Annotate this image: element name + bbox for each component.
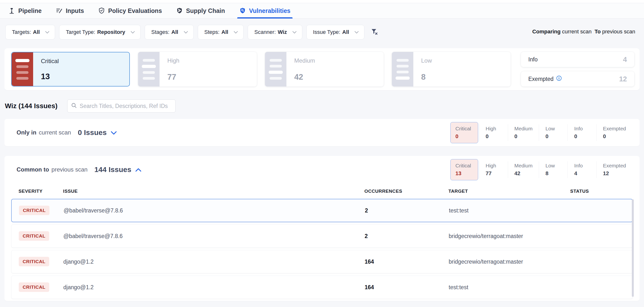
tab-supply-chain[interactable]: Supply Chain xyxy=(176,3,225,18)
col-header-target: TARGET xyxy=(448,188,570,194)
col-header-severity: SEVERITY xyxy=(18,188,63,194)
tab-pipeline[interactable]: Pipeline xyxy=(8,3,42,18)
tab-bar: Pipeline Inputs Policy Evaluations xyxy=(0,3,644,18)
comparison-text: current scan xyxy=(562,28,592,34)
vertical-scrollbar[interactable] xyxy=(632,199,634,297)
tab-policy-evaluations[interactable]: Policy Evaluations xyxy=(98,3,162,18)
severity-card-count: 8 xyxy=(421,72,432,82)
severity-card-count: 42 xyxy=(294,72,315,82)
chip-low[interactable]: Low 0 xyxy=(539,124,568,141)
common-issues-toggle[interactable]: 144 Issues xyxy=(94,166,142,174)
chevron-down-icon xyxy=(130,31,135,34)
target-cell: test:test xyxy=(449,284,570,291)
severity-card-count: 13 xyxy=(41,72,59,81)
clear-filters-button[interactable] xyxy=(370,28,378,36)
chevron-down-icon xyxy=(292,31,297,34)
tab-label: Pipeline xyxy=(18,7,42,14)
comparison-note: Comparing current scan To previous scan xyxy=(532,28,635,35)
chip-label: Info xyxy=(574,126,590,132)
exempted-card-count: 12 xyxy=(619,75,627,83)
severity-card-count: 77 xyxy=(167,72,179,82)
filter-target-type[interactable]: Target Type: Repository xyxy=(59,25,140,40)
info-exempted-stack: Info 4 Exempted 12 xyxy=(521,52,634,86)
section-title-bold: Common to xyxy=(16,166,49,173)
info-card[interactable]: Info 4 xyxy=(521,52,634,67)
tab-inputs[interactable]: Inputs xyxy=(56,3,84,18)
chip-exempted[interactable]: Exempted 12 xyxy=(596,161,632,178)
table-header-row: SEVERITY ISSUE OCCURRENCES TARGET STATUS xyxy=(11,183,633,199)
filter-targets[interactable]: Targets: All xyxy=(5,25,55,40)
filter-steps[interactable]: Steps: All xyxy=(198,25,244,40)
severity-card-high[interactable]: High 77 xyxy=(138,52,257,86)
chevron-down-icon xyxy=(234,31,238,34)
chip-low[interactable]: Low 8 xyxy=(539,161,568,178)
chevron-up-icon xyxy=(135,166,142,174)
chip-label: Critical xyxy=(456,126,473,132)
chip-info[interactable]: Info 4 xyxy=(568,161,596,178)
chip-count: 42 xyxy=(514,170,533,177)
table-row[interactable]: CRITICAL django@1.2 164 test:test xyxy=(11,276,633,299)
search-input[interactable] xyxy=(80,103,172,110)
info-circle-icon[interactable] xyxy=(556,75,562,82)
search-box xyxy=(67,100,176,112)
only-in-issues-toggle[interactable]: 0 Issues xyxy=(78,128,117,137)
filter-scanner[interactable]: Scanner: Wiz xyxy=(248,25,302,40)
chip-medium[interactable]: Medium 0 xyxy=(508,124,539,141)
target-cell: test:test xyxy=(449,207,571,214)
target-cell: bridgecrewio/terragoat:master xyxy=(449,258,570,265)
severity-card-medium[interactable]: Medium 42 xyxy=(265,52,384,86)
severity-badge: CRITICAL xyxy=(19,282,49,292)
exempted-card[interactable]: Exempted 12 xyxy=(521,72,634,86)
chip-critical[interactable]: Critical 13 xyxy=(450,159,478,180)
tab-vulnerabilities[interactable]: Vulnerabilities xyxy=(239,3,290,18)
severity-chips: Critical 13 High 77 Medium 42 Low 8 Info… xyxy=(450,159,632,180)
severity-card-low[interactable]: Low 8 xyxy=(392,52,510,86)
target-cell: bridgecrewio/terragoat:master xyxy=(449,233,570,240)
chip-label: High xyxy=(486,126,502,132)
severity-level-icon xyxy=(12,52,33,86)
comparison-text: previous scan xyxy=(602,28,635,34)
severity-badge: CRITICAL xyxy=(19,231,49,241)
filter-value: Wiz xyxy=(278,29,287,35)
issue-cell: django@1.2 xyxy=(63,258,364,265)
chip-count: 0 xyxy=(456,133,473,140)
chip-high[interactable]: High 77 xyxy=(479,161,508,178)
chip-label: Low xyxy=(545,163,561,168)
filter-label: Issue Type: xyxy=(313,29,340,35)
severity-card-critical[interactable]: Critical 13 xyxy=(11,52,130,86)
inputs-icon xyxy=(56,7,62,14)
chip-info[interactable]: Info 0 xyxy=(568,124,596,141)
filter-label: Target Type: xyxy=(66,29,95,35)
table-row[interactable]: CRITICAL @babel/traverse@7.8.6 2 bridgec… xyxy=(11,224,633,248)
chip-count: 0 xyxy=(486,133,502,140)
filter-issue-type[interactable]: Issue Type: All xyxy=(306,25,364,40)
section-title: Common to previous scan xyxy=(16,166,88,173)
chip-critical[interactable]: Critical 0 xyxy=(450,122,478,143)
chip-count: 13 xyxy=(456,170,473,177)
info-card-label: Info xyxy=(528,56,538,63)
chip-count: 4 xyxy=(574,170,590,177)
chip-label: Critical xyxy=(456,163,473,168)
chip-exempted[interactable]: Exempted 0 xyxy=(596,124,632,141)
filter-value: All xyxy=(33,29,40,35)
issues-count-label: 0 Issues xyxy=(78,128,106,137)
chip-high[interactable]: High 0 xyxy=(479,124,508,141)
chip-count: 0 xyxy=(545,133,561,140)
section-title-rest: previous scan xyxy=(52,166,88,173)
chip-medium[interactable]: Medium 42 xyxy=(508,161,539,178)
comparison-bold: To xyxy=(594,28,601,34)
filter-value: All xyxy=(342,29,349,35)
chip-label: Exempted xyxy=(603,126,626,132)
issue-cell: @babel/traverse@7.8.6 xyxy=(64,207,365,214)
table-row[interactable]: CRITICAL @babel/traverse@7.8.6 2 test:te… xyxy=(11,199,633,222)
chip-label: Medium xyxy=(514,126,533,132)
issue-cell: @babel/traverse@7.8.6 xyxy=(63,233,364,240)
table-row[interactable]: CRITICAL django@1.2 164 bridgecrewio/ter… xyxy=(11,250,633,274)
chip-label: Low xyxy=(545,126,561,132)
severity-level-icon xyxy=(265,52,286,86)
col-header-status: STATUS xyxy=(570,188,633,194)
severity-summary-band: Critical 13 High 77 Medium 42 Low 8 xyxy=(4,48,640,90)
filter-stages[interactable]: Stages: All xyxy=(145,25,194,40)
common-to-previous-scan-section: Common to previous scan 144 Issues Criti… xyxy=(4,156,640,301)
issues-count-label: 144 Issues xyxy=(94,166,131,174)
